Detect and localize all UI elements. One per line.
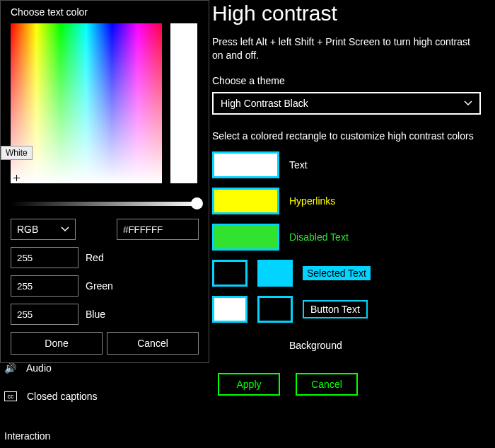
blue-input[interactable] bbox=[11, 304, 78, 325]
text-color-swatch[interactable] bbox=[212, 151, 279, 178]
background-color-swatch[interactable] bbox=[212, 332, 279, 359]
shortcut-description: Press left Alt + left Shift + Print Scre… bbox=[212, 35, 495, 62]
chevron-down-icon bbox=[61, 225, 69, 234]
hex-input[interactable] bbox=[117, 219, 199, 240]
red-label: Red bbox=[86, 252, 104, 263]
choose-theme-label: Choose a theme bbox=[212, 75, 495, 86]
sidebar-item-closed-captions[interactable]: cc Closed captions bbox=[0, 382, 120, 410]
disabled-text-color-swatch[interactable] bbox=[212, 224, 279, 251]
hyperlink-color-label: Hyperlinks bbox=[289, 195, 335, 207]
color-picker-dialog: Choose text color White RGB Red Green Bl… bbox=[0, 0, 209, 363]
sidebar-audio-label: Audio bbox=[26, 362, 52, 374]
hyperlink-color-swatch[interactable] bbox=[212, 188, 279, 214]
settings-sidebar: 🔊 Audio cc Closed captions Interaction bbox=[0, 354, 120, 442]
cc-icon: cc bbox=[4, 391, 17, 401]
chevron-down-icon bbox=[464, 99, 472, 108]
sidebar-cc-label: Closed captions bbox=[27, 391, 98, 402]
color-preview bbox=[170, 23, 197, 183]
value-slider[interactable] bbox=[11, 202, 199, 206]
speaker-icon: 🔊 bbox=[4, 362, 16, 374]
picker-title: Choose text color bbox=[11, 6, 199, 18]
theme-value: High Contrast Black bbox=[221, 98, 308, 109]
slider-thumb-icon bbox=[191, 197, 203, 209]
cancel-button[interactable]: Cancel bbox=[296, 373, 358, 396]
button-text-fg-swatch[interactable] bbox=[212, 296, 248, 323]
disabled-text-color-label: Disabled Text bbox=[289, 231, 349, 243]
button-text-bg-swatch[interactable] bbox=[257, 296, 293, 323]
red-input[interactable] bbox=[11, 247, 78, 268]
gradient-cursor-icon bbox=[13, 175, 21, 182]
apply-button[interactable]: Apply bbox=[218, 373, 280, 396]
selected-text-label: Selected Text bbox=[303, 266, 371, 280]
page-title: High contrast bbox=[212, 1, 495, 25]
done-button[interactable]: Done bbox=[11, 332, 103, 355]
color-name-tooltip: White bbox=[1, 146, 33, 160]
green-label: Green bbox=[86, 280, 113, 292]
blue-label: Blue bbox=[86, 309, 105, 320]
text-color-label: Text bbox=[289, 159, 308, 171]
saturation-gradient[interactable] bbox=[11, 23, 162, 183]
select-rectangle-label: Select a colored rectangle to customize … bbox=[212, 130, 495, 142]
color-mode-value: RGB bbox=[17, 224, 38, 235]
selected-text-fg-swatch[interactable] bbox=[212, 260, 248, 287]
theme-dropdown[interactable]: High Contrast Black bbox=[212, 92, 481, 115]
selected-text-bg-swatch[interactable] bbox=[257, 260, 293, 287]
button-text-label: Button Text bbox=[303, 300, 368, 318]
green-input[interactable] bbox=[11, 275, 78, 297]
sidebar-section-interaction: Interaction bbox=[0, 430, 120, 442]
picker-cancel-button[interactable]: Cancel bbox=[107, 332, 199, 355]
background-color-label: Background bbox=[289, 340, 342, 351]
color-mode-dropdown[interactable]: RGB bbox=[11, 219, 76, 240]
